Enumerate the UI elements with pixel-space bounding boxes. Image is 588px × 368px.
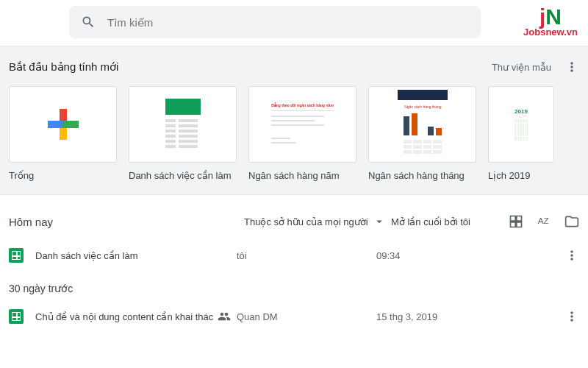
sheets-icon [9,248,24,263]
plus-icon [48,109,79,140]
template-gallery-link[interactable]: Thư viện mẫu [492,62,551,73]
more-icon[interactable] [564,309,579,324]
doc-owner: tôi [237,250,376,261]
folder-icon[interactable] [564,214,579,229]
template-monthly-budget[interactable]: Ngân sách hàng tháng Ngân sách hàng thán… [368,86,476,181]
templates-row: Trống Danh sách việc cần làm Bảng theo d… [7,86,588,181]
templates-header: Bắt đầu bảng tính mới Thư viện mẫu [7,60,588,86]
watermark-text: Jobsnew.vn [523,26,578,38]
templates-section: Bắt đầu bảng tính mới Thư viện mẫu Trống [0,46,588,195]
search-icon [81,15,96,29]
doc-owner: Quan DM [237,311,376,322]
template-label: Ngân sách hàng tháng [368,170,476,181]
search-input[interactable] [107,16,469,29]
doc-date: 09:34 [376,250,472,261]
date-header: Mở lần cuối bởi tôi [391,216,494,227]
watermark-logo: jN [523,6,578,28]
section-heading-older: 30 ngày trước [9,272,579,300]
docs-section: Hôm nay Thuộc sở hữu của mọi người Mở lầ… [0,195,588,333]
template-calendar[interactable]: 2019 Lịch 2019 [488,86,554,181]
template-todo[interactable]: Danh sách việc cần làm [129,86,237,181]
more-icon[interactable] [564,248,579,263]
grid-view-icon[interactable] [509,214,523,229]
doc-date: 15 thg 3, 2019 [376,311,472,322]
shared-icon [218,310,231,323]
template-label: Lịch 2019 [488,170,554,181]
template-blank[interactable]: Trống [9,86,117,181]
template-label: Trống [9,170,117,181]
sheets-icon [9,309,24,324]
template-label: Ngân sách hàng năm [248,170,356,181]
template-annual-budget[interactable]: Bảng theo dõi ngân sách hàng năm Ngân sá… [248,86,356,181]
chevron-down-icon [373,215,386,228]
doc-row[interactable]: Chủ đề và nội dung content cần khai thác… [9,300,579,333]
watermark: jN Jobsnew.vn [523,6,578,39]
section-heading-today: Hôm nay [9,216,244,228]
more-icon[interactable] [564,60,579,74]
search-bar[interactable] [69,6,481,38]
doc-name-text: Chủ đề và nội dung content cần khai thác [35,311,213,322]
owner-filter[interactable]: Thuộc sở hữu của mọi người [244,215,391,228]
svg-text:AZ: AZ [538,216,549,225]
sort-az-icon[interactable]: AZ [537,214,551,229]
doc-name-text: Danh sách việc cần làm [35,250,138,261]
doc-row[interactable]: Danh sách việc cần làm tôi 09:34 [9,239,579,272]
docs-header: Hôm nay Thuộc sở hữu của mọi người Mở lầ… [9,207,579,239]
template-label: Danh sách việc cần làm [129,170,237,181]
templates-title: Bắt đầu bảng tính mới [9,60,118,74]
